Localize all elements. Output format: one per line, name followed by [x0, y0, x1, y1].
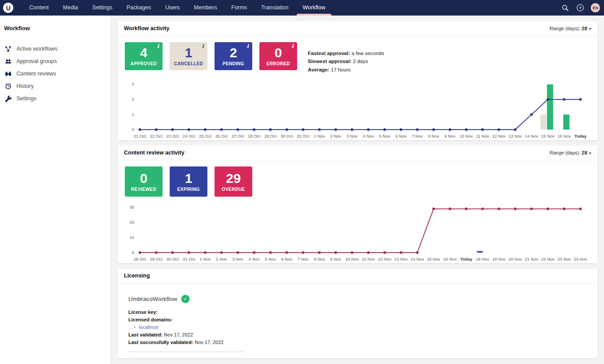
svg-text:10 Nov: 10 Nov [460, 134, 473, 138]
help-icon[interactable]: ? [576, 4, 584, 12]
svg-text:11 Nov: 11 Nov [362, 257, 375, 261]
product-name: UmbracoWorkflow [128, 296, 177, 302]
nodes-icon [4, 45, 12, 52]
content-review-header: Content review activity Range (days): 28… [118, 146, 597, 160]
sidebar-item-approval-groups[interactable]: Approval groups [0, 55, 111, 67]
svg-text:31 Oct: 31 Oct [297, 134, 309, 138]
nav-item-members[interactable]: Members [187, 0, 224, 16]
svg-text:19 Nov: 19 Nov [492, 257, 505, 261]
nav-item-translation[interactable]: Translation [254, 0, 295, 16]
svg-text:13 Nov: 13 Nov [394, 257, 408, 261]
content-review-panel: Content review activity Range (days): 28… [118, 146, 597, 263]
nav-item-media[interactable]: Media [56, 0, 85, 16]
svg-text:30 Oct: 30 Oct [166, 257, 179, 261]
svg-text:23 Oct: 23 Oct [166, 134, 179, 138]
search-icon[interactable] [561, 4, 569, 12]
range-value: 28 [582, 150, 588, 155]
svg-text:1: 1 [132, 112, 134, 117]
svg-text:1 Nov: 1 Nov [200, 257, 211, 261]
info-icon[interactable]: i [202, 43, 204, 49]
stat-label: APPROVED [131, 61, 157, 66]
sidebar-item-active-workflows[interactable]: Active workflows [0, 43, 111, 55]
stat-value: 1 [185, 172, 192, 185]
svg-text:12 Nov: 12 Nov [492, 134, 505, 138]
nav-items: Content Media Settings Packages Users Me… [22, 0, 333, 16]
stat-line-slowest: Slowest approval: 2 days [308, 57, 384, 65]
sidebar-item-content-reviews[interactable]: Content reviews [0, 67, 111, 80]
svg-text:Today: Today [574, 134, 587, 138]
nav-item-settings[interactable]: Settings [85, 0, 119, 16]
svg-text:?: ? [579, 5, 581, 10]
svg-text:22 Nov: 22 Nov [541, 257, 554, 261]
divider [128, 352, 245, 352]
stat-card-reviewed: 0 REVIEWED [125, 166, 163, 197]
stat-label: PENDING [223, 61, 244, 66]
stat-value: 1 [185, 46, 192, 59]
svg-text:21 Nov: 21 Nov [525, 257, 538, 261]
svg-text:3 Nov: 3 Nov [232, 257, 243, 261]
licensed-domain: localhost [139, 324, 158, 330]
svg-text:4 Nov: 4 Nov [363, 134, 374, 138]
range-days-dropdown[interactable]: Range (days): 28 ▾ [549, 26, 591, 31]
svg-text:29 Oct: 29 Oct [150, 257, 163, 261]
licensing-panel: Licensing UmbracoWorkflow ✓ License key:… [118, 269, 597, 358]
range-days-dropdown[interactable]: Range (days): 28 ▾ [549, 150, 591, 155]
wrench-icon [4, 95, 12, 102]
stat-card-expiring: 1 EXPIRING [170, 166, 207, 197]
user-avatar[interactable]: EN [591, 3, 600, 12]
svg-text:23 Nov: 23 Nov [557, 257, 571, 261]
info-icon[interactable]: i [246, 43, 249, 49]
nav-item-content[interactable]: Content [22, 0, 56, 16]
licensing-header: Licensing [118, 269, 597, 283]
stat-label: EXPIRING [177, 187, 200, 192]
sidebar-item-label: Active workflows [16, 46, 57, 52]
svg-text:27 Oct: 27 Oct [231, 134, 244, 138]
chevron-down-icon: ▾ [589, 151, 591, 155]
umbraco-logo[interactable]: U [3, 3, 13, 13]
svg-text:31 Oct: 31 Oct [183, 257, 195, 261]
workflow-activity-chart: 012321 Oct22 Oct23 Oct24 Oct25 Oct26 Oct… [118, 81, 597, 140]
svg-text:20: 20 [129, 220, 134, 225]
range-label: Range (days): [549, 26, 580, 31]
svg-text:5 Nov: 5 Nov [265, 257, 276, 261]
svg-text:15 Nov: 15 Nov [541, 134, 554, 138]
svg-text:3: 3 [132, 82, 134, 87]
svg-text:12 Nov: 12 Nov [378, 257, 391, 261]
svg-text:8 Nov: 8 Nov [314, 257, 325, 261]
nav-item-workflow[interactable]: Workflow [295, 0, 332, 16]
svg-text:6 Nov: 6 Nov [395, 134, 406, 138]
sidebar-item-settings[interactable]: Settings [0, 92, 111, 105]
svg-text:16 Nov: 16 Nov [557, 134, 571, 138]
svg-text:4 Nov: 4 Nov [249, 257, 260, 261]
info-icon[interactable]: i [157, 43, 159, 49]
svg-text:5 Nov: 5 Nov [379, 134, 390, 138]
svg-text:18 Nov: 18 Nov [476, 257, 489, 261]
sidebar-item-label: History [16, 83, 34, 89]
svg-text:8 Nov: 8 Nov [428, 134, 439, 138]
sidebar-item-label: Settings [16, 95, 36, 102]
svg-text:0: 0 [132, 250, 134, 255]
svg-text:0: 0 [132, 127, 134, 132]
check-icon: ✓ [181, 295, 190, 303]
licensed-domains-line: Licensed domains: [128, 317, 590, 322]
stat-card-cancelled: i 1 CANCELLED [170, 42, 207, 70]
stat-card-pending: i 2 PENDING [215, 42, 252, 70]
licensed-domain-item: • localhost [134, 324, 590, 330]
svg-text:30 Oct: 30 Oct [281, 134, 293, 138]
binoculars-icon [4, 70, 12, 77]
workflow-activity-header: Workflow activity Range (days): 28 ▾ [118, 21, 597, 36]
stat-value: 4 [140, 46, 147, 59]
svg-text:Today: Today [460, 257, 473, 261]
nav-item-packages[interactable]: Packages [119, 0, 158, 16]
stat-value: 0 [140, 172, 147, 185]
svg-text:24 Nov: 24 Nov [574, 257, 587, 261]
sidebar-item-history[interactable]: History [0, 80, 111, 92]
stat-value: 2 [230, 46, 237, 59]
svg-text:3 Nov: 3 Nov [346, 134, 358, 138]
info-icon[interactable]: i [291, 43, 294, 49]
license-key-line: License key: [128, 309, 590, 315]
nav-item-users[interactable]: Users [158, 0, 187, 16]
nav-item-forms[interactable]: Forms [224, 0, 254, 16]
stat-card-errored: i 0 ERRORED [259, 42, 297, 70]
license-product: UmbracoWorkflow ✓ [128, 295, 590, 303]
